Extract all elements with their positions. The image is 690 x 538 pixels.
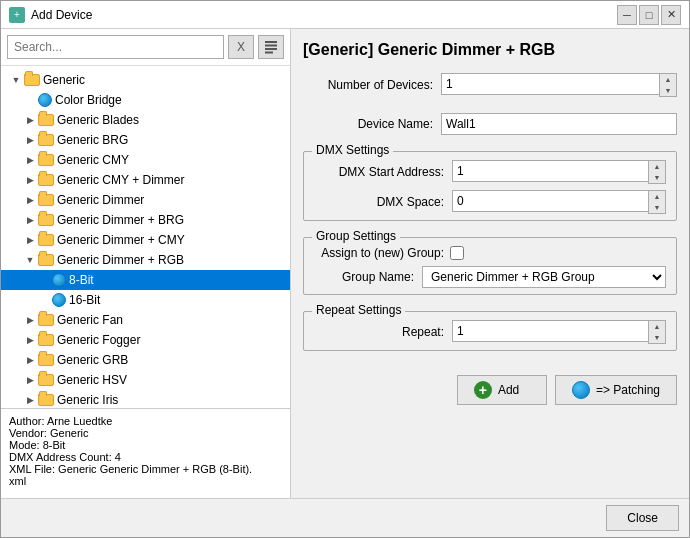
dot-icon-16bit <box>52 293 66 307</box>
folder-icon-dimmer-cmy <box>38 234 54 246</box>
info-panel: Author: Arne Luedtke Vendor: Generic Mod… <box>1 408 290 498</box>
num-devices-up[interactable]: ▲ <box>660 74 676 85</box>
titlebar: + Add Device ─ □ ✕ <box>1 1 689 29</box>
dmx-space-input[interactable] <box>452 190 648 212</box>
search-clear-button[interactable]: X <box>228 35 254 59</box>
titlebar-buttons: ─ □ ✕ <box>617 5 681 25</box>
dmx-space-down[interactable]: ▼ <box>649 202 665 213</box>
tree-item-generic-dimmer[interactable]: ▶ Generic Dimmer <box>1 190 290 210</box>
search-bar: X <box>1 29 290 66</box>
tree-label-brg: Generic BRG <box>57 133 128 147</box>
num-devices-spinner: ▲ ▼ <box>441 73 677 97</box>
dmx-start-label: DMX Start Address: <box>314 165 444 179</box>
close-button[interactable]: Close <box>606 505 679 531</box>
tree-item-color-bridge[interactable]: Color Bridge <box>1 90 290 110</box>
expand-icon-dimmer-rgb: ▼ <box>23 253 37 267</box>
search-input[interactable] <box>7 35 224 59</box>
num-devices-down[interactable]: ▼ <box>660 85 676 96</box>
tree-label-dimmer-rgb: Generic Dimmer + RGB <box>57 253 184 267</box>
assign-group-checkbox[interactable] <box>450 246 464 260</box>
dmx-start-down[interactable]: ▼ <box>649 172 665 183</box>
expand-icon-cmy: ▶ <box>23 153 37 167</box>
tree-item-generic-blades[interactable]: ▶ Generic Blades <box>1 110 290 130</box>
tree-label-grb: Generic GRB <box>57 353 128 367</box>
expand-icon-grb: ▶ <box>23 353 37 367</box>
tree-item-generic-cmy[interactable]: ▶ Generic CMY <box>1 150 290 170</box>
svg-rect-2 <box>265 48 277 50</box>
group-settings-group: Group Settings Assign to (new) Group: Gr… <box>303 237 677 295</box>
folder-icon-blades <box>38 114 54 126</box>
expand-icon-hsv: ▶ <box>23 373 37 387</box>
tree-item-generic-fogger[interactable]: ▶ Generic Fogger <box>1 330 290 350</box>
tree-label-cmy: Generic CMY <box>57 153 129 167</box>
dmx-space-up[interactable]: ▲ <box>649 191 665 202</box>
patching-button[interactable]: => Patching <box>555 375 677 405</box>
tree-label-dimmer: Generic Dimmer <box>57 193 144 207</box>
main-content: X ▼ Generic <box>1 29 689 498</box>
group-name-row: Group Name: Generic Dimmer + RGB Group <box>314 266 666 288</box>
tree-label-16bit: 16-Bit <box>69 293 100 307</box>
dmx-settings-legend: DMX Settings <box>312 143 393 157</box>
tree-item-generic-iris[interactable]: ▶ Generic Iris <box>1 390 290 408</box>
spacer-8bit <box>37 273 51 287</box>
add-button[interactable]: + Add <box>457 375 547 405</box>
tree-item-generic-dimmer-brg[interactable]: ▶ Generic Dimmer + BRG <box>1 210 290 230</box>
tree-item-8bit[interactable]: 8-Bit <box>1 270 290 290</box>
expand-icon-iris: ▶ <box>23 393 37 407</box>
device-name-input[interactable] <box>441 113 677 135</box>
dot-icon-8bit <box>52 273 66 287</box>
tree-item-generic-cmy-dimmer[interactable]: ▶ Generic CMY + Dimmer <box>1 170 290 190</box>
svg-rect-3 <box>265 52 273 54</box>
dmx-space-row: DMX Space: ▲ ▼ <box>314 190 666 214</box>
tree-item-generic-dimmer-rgb[interactable]: ▼ Generic Dimmer + RGB <box>1 250 290 270</box>
close-titlebar-button[interactable]: ✕ <box>661 5 681 25</box>
info-mode: Mode: 8-Bit <box>9 439 282 451</box>
folder-icon-hsv <box>38 374 54 386</box>
window-title: Add Device <box>31 8 611 22</box>
repeat-input[interactable] <box>452 320 648 342</box>
repeat-up[interactable]: ▲ <box>649 321 665 332</box>
dmx-space-label: DMX Space: <box>314 195 444 209</box>
tree-item-generic-hsv[interactable]: ▶ Generic HSV <box>1 370 290 390</box>
info-xml-file: XML File: Generic Generic Dimmer + RGB (… <box>9 463 282 475</box>
add-plus-icon: + <box>474 381 492 399</box>
tree-item-generic-fan[interactable]: ▶ Generic Fan <box>1 310 290 330</box>
left-panel: X ▼ Generic <box>1 29 291 498</box>
tree-container: ▼ Generic Color Bridge ▶ Generic Blades <box>1 66 290 408</box>
tree-label-blades: Generic Blades <box>57 113 139 127</box>
tree-item-generic-grb[interactable]: ▶ Generic GRB <box>1 350 290 370</box>
dmx-start-up[interactable]: ▲ <box>649 161 665 172</box>
maximize-button[interactable]: □ <box>639 5 659 25</box>
folder-icon-grb <box>38 354 54 366</box>
svg-rect-1 <box>265 45 277 47</box>
repeat-settings-group: Repeat Settings Repeat: ▲ ▼ <box>303 311 677 351</box>
expand-icon-dimmer-cmy: ▶ <box>23 233 37 247</box>
folder-icon-brg <box>38 134 54 146</box>
dmx-settings-group: DMX Settings DMX Start Address: ▲ ▼ DMX … <box>303 151 677 221</box>
expand-icon-generic: ▼ <box>9 73 23 87</box>
tree-item-generic-brg[interactable]: ▶ Generic BRG <box>1 130 290 150</box>
folder-icon-generic <box>24 74 40 86</box>
bottom-buttons: + Add => Patching <box>303 375 677 405</box>
folder-icon-dimmer-brg <box>38 214 54 226</box>
group-name-select[interactable]: Generic Dimmer + RGB Group <box>422 266 666 288</box>
tree-item-generic[interactable]: ▼ Generic <box>1 70 290 90</box>
group-name-label: Group Name: <box>314 270 414 284</box>
right-panel: [Generic] Generic Dimmer + RGB Number of… <box>291 29 689 498</box>
tree-label-color-bridge: Color Bridge <box>55 93 122 107</box>
device-name-row: Device Name: <box>303 113 677 135</box>
spacer-16bit <box>37 293 51 307</box>
dmx-start-input[interactable] <box>452 160 648 182</box>
repeat-down[interactable]: ▼ <box>649 332 665 343</box>
svg-rect-0 <box>265 41 277 43</box>
num-devices-label: Number of Devices: <box>303 78 433 92</box>
num-devices-row: Number of Devices: ▲ ▼ <box>303 73 677 97</box>
tree-item-16bit[interactable]: 16-Bit <box>1 290 290 310</box>
num-devices-input[interactable] <box>441 73 659 95</box>
folder-icon-fan <box>38 314 54 326</box>
assign-group-label: Assign to (new) Group: <box>314 246 444 260</box>
search-browse-button[interactable] <box>258 35 284 59</box>
tree-item-generic-dimmer-cmy[interactable]: ▶ Generic Dimmer + CMY <box>1 230 290 250</box>
browse-icon <box>264 40 278 54</box>
minimize-button[interactable]: ─ <box>617 5 637 25</box>
